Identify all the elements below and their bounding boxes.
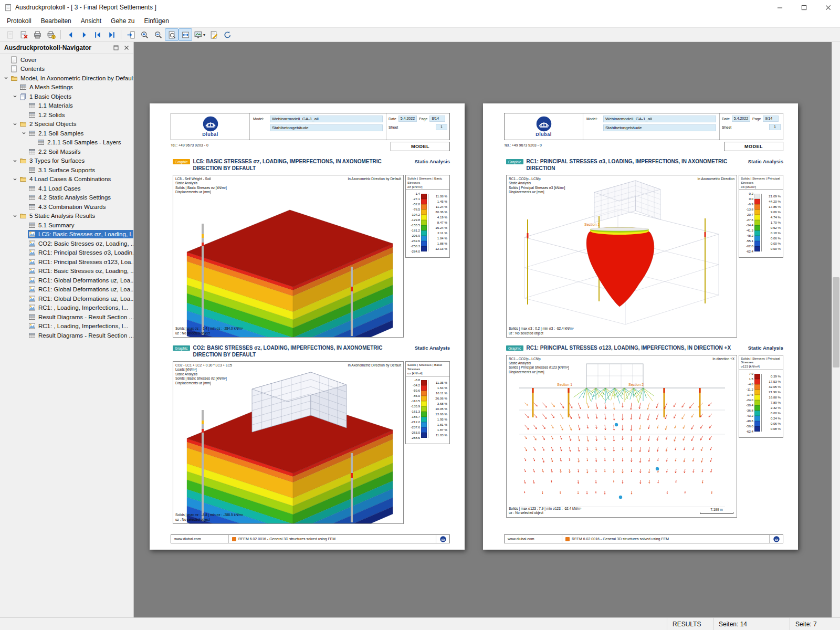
fit-width-icon[interactable] <box>178 28 192 41</box>
nav-first-icon[interactable] <box>91 28 104 41</box>
nav-last-icon[interactable] <box>104 28 118 41</box>
new-page-icon <box>3 28 17 41</box>
legend-value: -13.8 <box>741 207 754 213</box>
fit-page-icon[interactable] <box>165 28 178 41</box>
legend-color-swatch <box>421 220 427 225</box>
tree-item-rc1-basic-stresses-z-loading[interactable]: RC1: Basic Stresses σz, Loading, ... <box>0 267 133 276</box>
tree-item-5-1-summary[interactable]: 5.1 Summary <box>0 220 133 230</box>
menu-item-ansicht[interactable]: Ansicht <box>76 16 106 26</box>
tree-item-4-2-static-analysis-settings[interactable]: 4.2 Static Analysis Settings <box>0 193 133 203</box>
tree-item-3-1-surface-supports[interactable]: 3.1 Surface Supports <box>0 165 133 175</box>
tree-item-1-1-materials[interactable]: 1.1 Materials <box>0 101 133 111</box>
print-options-icon[interactable] <box>44 28 58 41</box>
page-number: 8/14 <box>429 116 445 122</box>
document-type-label: MODEL <box>724 142 783 151</box>
tree-item-5-static-analysis-results[interactable]: 5 Static Analysis Results <box>0 212 133 221</box>
edit-header-icon[interactable] <box>207 28 220 41</box>
tree-item-rc1-global-deformations-uz-loa[interactable]: RC1: Global Deformations uz, Loa... <box>0 294 133 303</box>
tree-item-co2-basic-stresses-z-loading[interactable]: CO2: Basic Stresses σz, Loading, ... <box>0 239 133 248</box>
close-panel-icon[interactable] <box>122 43 131 52</box>
graphic-icon <box>28 258 36 266</box>
legend-value: -27.6 <box>741 218 754 223</box>
collapse-chevron-icon[interactable] <box>20 129 28 137</box>
legend-percent: 0.00 % <box>761 241 781 246</box>
collapse-chevron-icon[interactable] <box>11 212 19 220</box>
tree-item-rc1-global-deformations-uz-loa[interactable]: RC1: Global Deformations uz, Loa... <box>0 276 133 285</box>
legend-value: -4.8 <box>741 382 754 387</box>
float-panel-icon[interactable] <box>111 43 121 52</box>
twisty-spacer <box>2 56 10 64</box>
graphic-badge: Graphic <box>506 159 523 164</box>
scrollbar-thumb[interactable] <box>833 277 839 368</box>
collapse-chevron-icon[interactable] <box>11 157 19 165</box>
tree-item-rc1-principal-stresses-123-loa[interactable]: RC1: Principal Stresses σ123, Loa... <box>0 257 133 267</box>
section-body: LC5 - Self Weight - Soil Static Analysis… <box>173 175 450 338</box>
tree-item-model-in-axonometric-direction-by-default[interactable]: Model, In Axonometric Direction by Defau… <box>0 74 133 83</box>
close-button[interactable] <box>816 0 840 15</box>
legend-color-swatch <box>754 225 760 230</box>
tree-item-cover[interactable]: Cover <box>0 55 133 65</box>
tree-item-result-diagrams-result-section[interactable]: Result Diagrams - Result Section ... <box>0 331 133 340</box>
view-options-icon[interactable]: ▾ <box>192 28 207 41</box>
view-direction-label: In direction +X <box>712 357 734 361</box>
delete-protocol-icon[interactable] <box>17 28 30 41</box>
tree-item-a-mesh-settings[interactable]: A Mesh Settings <box>0 83 133 92</box>
nav-forward-icon[interactable] <box>77 28 91 41</box>
tree-item-2-2-soil-massifs[interactable]: 2.2 Soil Massifs <box>0 147 133 156</box>
legend-header: Solids | Stresses | Basic Stressesσz [kN… <box>406 175 449 190</box>
sheet-number: 1 <box>769 124 781 130</box>
menu-item-protokoll[interactable]: Protokoll <box>2 16 36 26</box>
legend-percent: 0.06 % <box>761 421 781 426</box>
legend-percent: 7.89 % <box>761 400 781 405</box>
graphic-badge: Graphic <box>173 345 190 351</box>
legend-color-swatch <box>754 416 760 421</box>
tree-item-4-load-cases-combinations[interactable]: 4 Load Cases & Combinations <box>0 175 133 184</box>
refresh-icon[interactable] <box>220 28 234 41</box>
tree-item-2-1-1-soil-samples-layers[interactable]: 2.1.1 Soil Samples - Layers <box>0 138 133 148</box>
menu-item-einf-gen[interactable]: Einfügen <box>139 16 173 26</box>
tree-item-2-special-objects[interactable]: 2 Special Objects <box>0 120 133 129</box>
phone-number: Tel.: +49 9673 9203 - 0 <box>171 142 208 147</box>
legend-value: -104.2 <box>407 213 421 218</box>
zoom-out-icon[interactable] <box>151 28 165 41</box>
print-icon[interactable] <box>30 28 44 41</box>
legend-color-swatch <box>421 391 427 396</box>
collapse-chevron-icon[interactable] <box>11 92 19 100</box>
nav-back-icon[interactable] <box>64 28 77 41</box>
graphic-frame: CO2 - LC1 + LC2 + 0.30 * LC3 + LC5 Loads… <box>173 361 404 524</box>
legend-value: -62.4 <box>741 429 754 434</box>
tree-item-1-2-solids[interactable]: 1.2 Solids <box>0 110 133 120</box>
menu-item-bearbeiten[interactable]: Bearbeiten <box>36 16 76 26</box>
collapse-chevron-icon[interactable] <box>11 120 19 128</box>
minimize-button[interactable] <box>768 0 792 15</box>
tree-item-result-diagrams-result-section[interactable]: Result Diagrams - Result Section ... <box>0 312 133 322</box>
tree-item-rc1-global-deformations-uz-loa[interactable]: RC1: Global Deformations uz, Loa... <box>0 285 133 295</box>
legend-value: -232.6 <box>407 239 421 244</box>
maximize-button[interactable] <box>792 0 816 15</box>
tree-item-rc1-loading-imperfections-i[interactable]: RC1: , Loading, Imperfections, I... <box>0 303 133 313</box>
tree-item-3-types-for-surfaces[interactable]: 3 Types for Surfaces <box>0 156 133 166</box>
tree-item-1-basic-objects[interactable]: 1 Basic Objects <box>0 92 133 101</box>
collapse-chevron-icon[interactable] <box>11 175 19 183</box>
tree-item-label: 4 Load Cases & Combinations <box>29 176 111 182</box>
zoom-in-icon[interactable] <box>138 28 151 41</box>
menu-item-gehe-zu[interactable]: Gehe zu <box>106 16 139 26</box>
graphic-badge: Graphic <box>506 345 523 351</box>
graphic-info-block: CO2 - LC1 + LC2 + 0.30 * LC3 + LC5 Loads… <box>175 363 232 385</box>
tree-item-label: RC1: , Loading, Imperfections, I... <box>38 304 128 311</box>
legend-percent: 0.08 % <box>761 426 781 432</box>
tree-item-4-1-load-cases[interactable]: 4.1 Load Cases <box>0 184 133 193</box>
twisty-spacer <box>20 295 28 302</box>
tree-item-lc5-basic-stresses-z-loading-i[interactable]: LC5: Basic Stresses σz, Loading, I... <box>0 230 133 239</box>
tree-item-contents[interactable]: Contents <box>0 65 133 74</box>
tree-item-2-1-soil-samples[interactable]: 2.1 Soil Samples <box>0 129 133 138</box>
tree-item-rc1-loading-imperfections-i[interactable]: RC1: , Loading, Imperfections, I... <box>0 322 133 331</box>
vertical-scrollbar[interactable] <box>832 42 840 617</box>
goto-page-icon[interactable] <box>124 28 138 41</box>
tree-item-rc1-principal-stresses-3-loadin[interactable]: RC1: Principal Stresses σ3, Loadin... <box>0 248 133 258</box>
section-title: RC1: PRINCIPAL STRESSES σ3, LOADING, IMP… <box>527 159 745 172</box>
tree-item-4-3-combination-wizards[interactable]: 4.3 Combination Wizards <box>0 202 133 212</box>
legend-value: -161.3 <box>407 410 421 415</box>
tree-item-label: 5.1 Summary <box>38 222 74 228</box>
collapse-chevron-icon[interactable] <box>2 74 10 82</box>
